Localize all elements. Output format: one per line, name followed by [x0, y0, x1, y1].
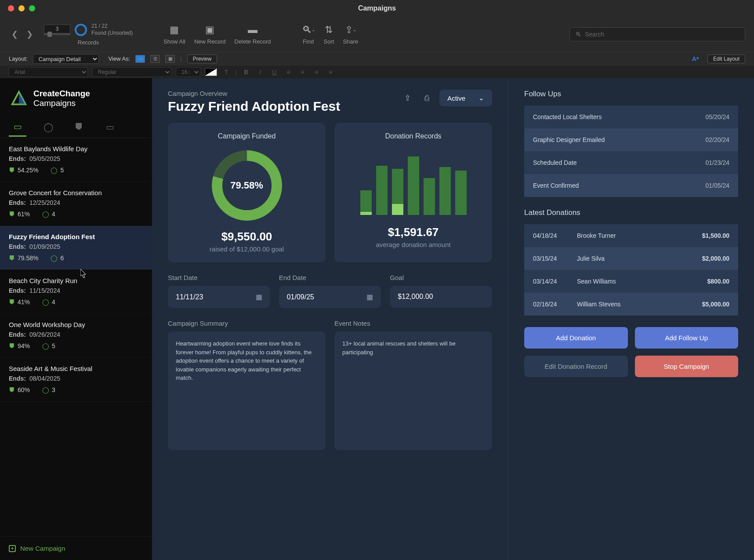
view-table-button[interactable]: ▦	[165, 55, 175, 63]
donation-item[interactable]: 04/18/24Brooke Turner$1,500.00	[524, 224, 738, 247]
layout-select[interactable]: Campaign Detail	[33, 54, 99, 64]
donation-item[interactable]: 03/14/24Sean Williams$800.00	[524, 270, 738, 293]
bar	[424, 178, 435, 215]
campaign-list: East Baylands Wildlife Day Ends:05/05/20…	[0, 138, 152, 536]
find-button[interactable]: 🔍︎ ⌄ Find	[302, 24, 315, 45]
person-icon: ◯	[42, 386, 49, 393]
prev-record-button[interactable]: ❮	[9, 29, 20, 40]
summary-text[interactable]: Heartwarming adoption event where love f…	[168, 331, 326, 450]
search-icon: 🔍︎	[575, 31, 581, 38]
donations-title: Latest Donations	[524, 208, 738, 217]
campaign-card[interactable]: One World Workshop Day Ends:09/26/2024 ⛊…	[0, 314, 152, 358]
view-list-button[interactable]: ☰	[150, 55, 160, 63]
campaign-card-title: One World Workshop Day	[9, 321, 143, 328]
donation-bar-chart	[344, 149, 482, 215]
preview-button[interactable]: Preview	[187, 55, 218, 63]
campaign-card[interactable]: Seaside Art & Music Festival Ends:08/04/…	[0, 358, 152, 402]
campaign-card-ends: Ends:09/26/2024	[9, 331, 143, 338]
show-all-icon: ▦	[170, 24, 179, 36]
formatting-icon[interactable]: Aᵃ	[692, 55, 699, 62]
funded-subtitle: raised of $12,000.00 goal	[178, 245, 316, 253]
italic-button[interactable]: I	[255, 67, 265, 77]
bold-button[interactable]: B	[241, 67, 251, 77]
minus-icon: ▬	[248, 24, 257, 36]
align-right-button[interactable]: ≡	[312, 67, 321, 77]
view-as-label: View As:	[109, 55, 130, 62]
tab-people[interactable]: ◯	[40, 117, 57, 137]
followup-item[interactable]: Event Confirmed01/05/24	[524, 174, 738, 197]
person-icon: ◯	[51, 167, 58, 174]
campaign-card-stats: ⛊54.25% ◯5	[9, 167, 143, 174]
stop-campaign-button[interactable]: Stop Campaign	[635, 356, 739, 377]
funded-title: Campaign Funded	[178, 132, 316, 140]
brand-logo: CreateChange Campaigns	[0, 78, 152, 117]
funded-donut-chart: 79.58%	[210, 148, 284, 223]
window-title: Campaigns	[358, 4, 396, 12]
window-controls	[0, 5, 35, 11]
calendar-icon: ▦	[366, 293, 373, 301]
zoom-window-icon[interactable]	[29, 5, 35, 11]
font-weight-select[interactable]: Regular	[92, 67, 171, 77]
color-swatch[interactable]	[205, 68, 217, 76]
campaign-card[interactable]: Grove Concert for Conservation Ends:12/2…	[0, 182, 152, 226]
align-left-button[interactable]: ≡	[283, 67, 293, 77]
new-campaign-button[interactable]: + New Campaign	[0, 536, 152, 560]
end-date-field[interactable]: 01/09/25 ▦	[279, 286, 381, 308]
new-record-button[interactable]: ▣ New Record	[194, 24, 226, 45]
sort-icon: ⇅	[325, 24, 333, 36]
tab-gifts[interactable]: ⛊	[70, 117, 88, 137]
show-all-button[interactable]: ▦ Show All	[163, 24, 185, 45]
text-fill-icon[interactable]: T	[221, 67, 231, 77]
donations-list: 04/18/24Brooke Turner$1,500.0003/15/24Ju…	[524, 224, 738, 316]
campaign-card[interactable]: East Baylands Wildlife Day Ends:05/05/20…	[0, 138, 152, 182]
plus-icon: ▣	[205, 24, 214, 36]
font-size-select[interactable]: 16 pt	[176, 67, 200, 77]
donation-item[interactable]: 02/16/24William Stevens$5,000.00	[524, 293, 738, 316]
followups-title: Follow Ups	[524, 90, 738, 98]
print-icon[interactable]: ⎙	[420, 91, 433, 105]
next-record-button[interactable]: ❯	[24, 29, 35, 40]
campaign-card-title: East Baylands Wildlife Day	[9, 145, 143, 153]
start-date-field[interactable]: 11/11/23 ▦	[168, 286, 270, 308]
share-button[interactable]: ⇪ ⌄ Share	[343, 24, 358, 45]
sort-button[interactable]: ⇅ Sort	[324, 24, 334, 45]
new-campaign-label: New Campaign	[20, 545, 65, 552]
followup-item[interactable]: Graphic Designer Emailed02/20/24	[524, 128, 738, 151]
align-center-button[interactable]: ≡	[297, 67, 307, 77]
minimize-window-icon[interactable]	[18, 5, 25, 11]
campaign-card[interactable]: Beach City Charity Run Ends:11/15/2024 ⛊…	[0, 270, 152, 314]
add-donation-button[interactable]: Add Donation	[524, 327, 628, 349]
edit-layout-button[interactable]: Edit Layout	[707, 55, 745, 63]
followup-item[interactable]: Scheduled Date01/23/24	[524, 151, 738, 174]
plus-icon: +	[9, 545, 16, 552]
record-slider[interactable]	[44, 33, 70, 35]
followup-item[interactable]: Contacted Local Shelters05/20/24	[524, 105, 738, 128]
delete-record-button[interactable]: ▬ Delete Record	[234, 24, 271, 45]
align-justify-button[interactable]: ≡	[326, 67, 335, 77]
share-icon: ⇪ ⌄	[345, 24, 356, 36]
add-followup-button[interactable]: Add Follow Up	[635, 327, 739, 349]
close-window-icon[interactable]	[8, 5, 14, 11]
overview-label: Campaign Overview	[168, 90, 340, 97]
campaign-card-stats: ⛊79.58% ◯6	[9, 255, 143, 262]
edit-donation-button[interactable]: Edit Donation Record	[524, 356, 628, 377]
goal-field[interactable]: $12,000.00	[390, 286, 492, 308]
records-title: Donation Records	[344, 132, 482, 140]
campaign-card-ends: Ends:05/05/2025	[9, 155, 143, 162]
format-bar: Arial Regular 16 pt T | B I U ≡ ≡ ≡ ≡	[0, 65, 754, 78]
font-select[interactable]: Arial	[9, 67, 88, 77]
view-form-button[interactable]: ▭	[135, 55, 145, 63]
bar	[455, 171, 467, 215]
search-input[interactable]: 🔍︎ Search	[569, 27, 745, 41]
tab-campaigns[interactable]: ▭	[9, 117, 26, 137]
status-dropdown[interactable]: Active ⌄	[439, 90, 492, 106]
tab-media[interactable]: ▭	[101, 117, 119, 137]
campaign-card[interactable]: Fuzzy Friend Adoption Fest Ends:01/09/20…	[0, 226, 152, 270]
notes-text[interactable]: 13+ local animal rescues and shelters wi…	[334, 331, 492, 450]
share-icon[interactable]: ⇪	[401, 91, 414, 105]
status-value: Active	[447, 95, 465, 102]
pie-chart-icon[interactable]	[75, 24, 87, 36]
underline-button[interactable]: U	[269, 67, 279, 77]
search-placeholder: Search	[585, 31, 604, 38]
donation-item[interactable]: 03/15/24Julie Silva$2,000.00	[524, 247, 738, 270]
